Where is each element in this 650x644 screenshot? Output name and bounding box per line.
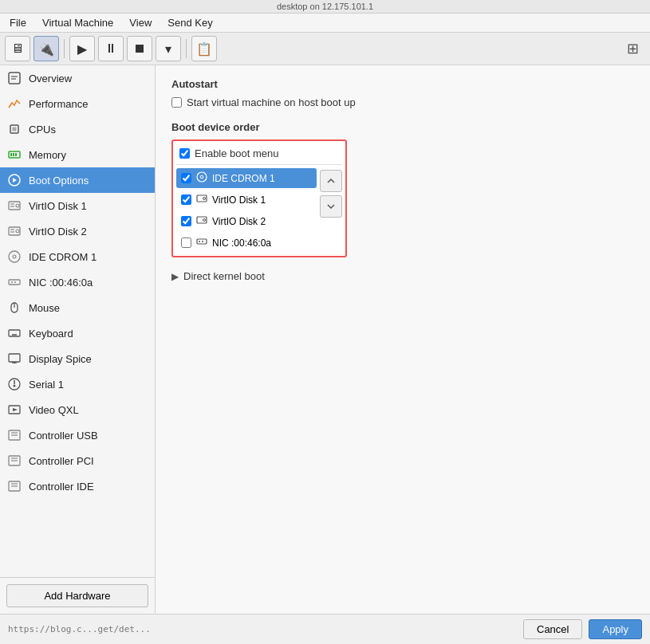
detail-panel: Autostart Start virtual machine on host …	[156, 65, 650, 614]
sidebar-item-overview[interactable]: Overview	[0, 65, 155, 91]
sidebar-item-nic[interactable]: NIC :00:46:0a	[0, 269, 155, 295]
sidebar-item-controller-pci[interactable]: Controller PCI	[0, 448, 155, 473]
play-button[interactable]: ▶	[69, 36, 95, 61]
autostart-row: Start virtual machine on host boot up	[171, 96, 634, 108]
direct-kernel-expand-icon: ▶	[171, 271, 179, 282]
sidebar-item-virtio-disk-1[interactable]: VirtIO Disk 1	[0, 193, 155, 218]
svg-point-47	[197, 172, 207, 182]
svg-rect-10	[9, 202, 20, 210]
svg-point-15	[16, 230, 19, 233]
disk-icon-1	[196, 193, 207, 206]
sidebar-item-keyboard[interactable]: Keyboard	[0, 320, 155, 346]
svg-point-19	[13, 255, 16, 258]
boot-item-nic[interactable]: NIC :00:46:0a	[176, 233, 317, 253]
boot-list: IDE CDROM 1 VirtIO Disk 1	[176, 168, 317, 253]
boot-item-ide-cdrom-1[interactable]: IDE CDROM 1	[176, 168, 317, 188]
boot-item-label-virtio-disk-1: VirtIO Disk 1	[212, 194, 266, 206]
boot-item-checkbox-virtio-disk-1[interactable]	[181, 194, 191, 205]
title-text: desktop on 12.175.101.1	[277, 2, 373, 11]
svg-point-11	[16, 204, 19, 207]
sidebar-item-cpus[interactable]: CPUs	[0, 116, 155, 142]
svg-rect-4	[13, 128, 17, 132]
sidebar-label-controller-pci: Controller PCI	[29, 455, 94, 467]
cpus-icon	[6, 121, 22, 137]
menu-send-key[interactable]: Send Key	[161, 15, 219, 30]
sidebar: Overview Performance CPUs Memory Boot Op…	[0, 65, 156, 614]
title-bar: desktop on 12.175.101.1	[0, 0, 650, 14]
enable-boot-menu-checkbox[interactable]	[179, 148, 190, 159]
controller-ide-icon	[6, 478, 22, 494]
boot-item-checkbox-virtio-disk-2[interactable]	[181, 216, 191, 226]
sidebar-label-nic: NIC :00:46:0a	[29, 277, 93, 289]
cancel-button[interactable]: Cancel	[523, 619, 582, 639]
boot-item-virtio-disk-2[interactable]: VirtIO Disk 2	[176, 211, 317, 231]
menu-file[interactable]: File	[3, 15, 33, 30]
apply-button[interactable]: Apply	[589, 619, 642, 639]
cdrom-icon	[196, 171, 207, 185]
autostart-checkbox[interactable]	[171, 97, 182, 108]
sidebar-label-virtio-disk-1: VirtIO Disk 1	[29, 200, 87, 212]
main-content: Overview Performance CPUs Memory Boot Op…	[0, 65, 650, 614]
boot-item-label-ide-cdrom-1: IDE CDROM 1	[212, 173, 275, 184]
direct-kernel-section[interactable]: ▶ Direct kernel boot	[171, 270, 634, 282]
menu-virtual-machine[interactable]: Virtual Machine	[36, 15, 120, 30]
sidebar-item-display-spice[interactable]: Display Spice	[0, 346, 155, 371]
screenshot-button[interactable]: 📋	[191, 36, 217, 61]
svg-point-35	[14, 385, 16, 387]
sidebar-item-ide-cdrom-1[interactable]: IDE CDROM 1	[0, 244, 155, 269]
sidebar-label-performance: Performance	[29, 98, 88, 110]
toolbar-separator-2	[186, 39, 187, 58]
display-spice-icon	[6, 351, 22, 367]
sidebar-item-video-qxl[interactable]: Video QXL	[0, 397, 155, 422]
sidebar-label-virtio-disk-2: VirtIO Disk 2	[29, 226, 87, 238]
boot-list-container: IDE CDROM 1 VirtIO Disk 1	[176, 168, 342, 253]
svg-rect-0	[9, 73, 20, 84]
enable-boot-menu-label: Enable boot menu	[195, 147, 279, 159]
sidebar-item-controller-ide[interactable]: Controller IDE	[0, 473, 155, 499]
boot-arrows	[320, 168, 342, 218]
boot-device-title: Boot device order	[171, 121, 634, 133]
svg-point-48	[200, 175, 203, 179]
add-hardware-button[interactable]: Add Hardware	[6, 584, 148, 607]
svg-rect-6	[10, 153, 12, 156]
sidebar-item-boot-options[interactable]: Boot Options	[0, 167, 155, 193]
boot-item-checkbox-ide-cdrom-1[interactable]	[181, 173, 191, 183]
toolbar: 🖥 🔌 ▶ ⏸ ⏹ ▾ 📋 ⊞	[0, 33, 650, 65]
boot-options-icon	[6, 172, 22, 188]
autostart-title: Autostart	[171, 78, 634, 90]
autostart-label: Start virtual machine on host boot up	[187, 96, 356, 108]
move-down-button[interactable]	[320, 195, 342, 218]
monitor-button[interactable]: 🖥	[5, 36, 30, 61]
sidebar-item-memory[interactable]: Memory	[0, 142, 155, 167]
sidebar-item-controller-usb[interactable]: Controller USB	[0, 422, 155, 448]
sidebar-item-performance[interactable]: Performance	[0, 91, 155, 116]
sidebar-label-video-qxl: Video QXL	[29, 404, 79, 416]
sidebar-item-mouse[interactable]: Mouse	[0, 295, 155, 320]
svg-rect-14	[9, 227, 20, 235]
nic-boot-icon	[196, 236, 207, 249]
svg-rect-7	[13, 153, 14, 156]
stop-button[interactable]: ⏹	[127, 36, 152, 61]
svg-rect-30	[9, 354, 20, 362]
usb-button[interactable]: 🔌	[33, 36, 59, 61]
display-button[interactable]: ⊞	[620, 36, 645, 61]
menu-view[interactable]: View	[123, 15, 158, 30]
ide-cdrom-1-icon	[6, 249, 22, 265]
sidebar-label-cpus: CPUs	[29, 124, 56, 135]
boot-device-section: Boot device order Enable boot menu	[171, 121, 634, 257]
pause-button[interactable]: ⏸	[98, 36, 124, 61]
sidebar-label-serial-1: Serial 1	[29, 379, 64, 391]
move-up-button[interactable]	[320, 170, 342, 192]
virtio-disk-1-icon	[6, 198, 22, 214]
sidebar-item-virtio-disk-2[interactable]: VirtIO Disk 2	[0, 218, 155, 244]
sidebar-label-ide-cdrom-1: IDE CDROM 1	[29, 251, 97, 263]
sidebar-item-serial-1[interactable]: Serial 1	[0, 371, 155, 397]
direct-kernel-label: Direct kernel boot	[183, 270, 265, 282]
boot-item-virtio-disk-1[interactable]: VirtIO Disk 1	[176, 190, 317, 210]
boot-item-checkbox-nic[interactable]	[181, 238, 191, 248]
dropdown-button[interactable]: ▾	[156, 36, 181, 61]
svg-rect-25	[9, 330, 20, 336]
memory-icon	[6, 147, 22, 163]
sidebar-footer: Add Hardware	[0, 577, 155, 614]
sidebar-label-memory: Memory	[29, 149, 66, 161]
